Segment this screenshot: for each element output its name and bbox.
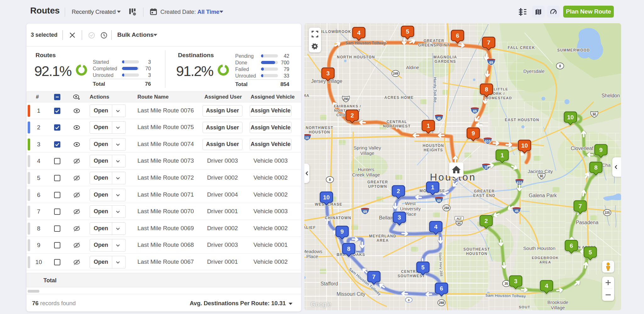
svg-text:Sam Houston Tollway: Sam Houston Tollway [485, 293, 526, 298]
svg-text:Cloverleaf: Cloverleaf [571, 146, 594, 151]
svg-text:EDGEBROOK: EDGEBROOK [532, 256, 559, 260]
svg-text:GARDENS: GARDENS [435, 59, 456, 64]
svg-text:NORTHWEST: NORTHWEST [306, 126, 333, 130]
svg-text:1: 1 [427, 122, 430, 129]
svg-text:Pasadena: Pasadena [576, 220, 598, 225]
svg-text:Dyersdale: Dyersdale [523, 68, 545, 74]
svg-text:/ ELL: / ELL [523, 310, 534, 310]
svg-text:FALL CREEK: FALL CREEK [508, 46, 535, 50]
svg-text:7: 7 [487, 39, 491, 46]
svg-text:8: 8 [329, 178, 331, 181]
svg-text:Brookside: Brookside [547, 300, 569, 305]
svg-text:AREA: AREA [377, 238, 389, 243]
svg-text:4: 4 [545, 283, 548, 289]
svg-text:290: 290 [343, 97, 349, 101]
svg-text:Creek Village: Creek Village [352, 172, 380, 177]
svg-text:ALIEF: ALIEF [304, 225, 316, 230]
svg-text:HOUSTON: HOUSTON [309, 130, 330, 134]
svg-text:4: 4 [434, 224, 438, 230]
svg-text:5: 5 [589, 249, 592, 256]
svg-text:West: West [405, 201, 416, 206]
svg-text:9: 9 [472, 130, 475, 137]
svg-text:6: 6 [570, 242, 573, 249]
svg-text:7: 7 [372, 273, 376, 280]
svg-text:Sheldon: Sheldon [602, 93, 620, 98]
svg-text:Spring Valley: Spring Valley [353, 145, 381, 150]
svg-text:69: 69 [363, 210, 367, 214]
svg-text:SUMMERWOOD: SUMMERWOOD [557, 48, 590, 52]
svg-text:Missouri City: Missouri City [336, 291, 365, 297]
svg-text:HOMESTEAD: HOMESTEAD [486, 96, 512, 100]
svg-text:University: University [400, 206, 421, 211]
svg-text:90: 90 [592, 113, 596, 116]
svg-text:9: 9 [599, 147, 603, 153]
svg-text:4: 4 [357, 30, 361, 36]
svg-text:HOUSTON: HOUSTON [423, 143, 444, 148]
svg-text:69: 69 [473, 109, 477, 113]
svg-text:6: 6 [440, 285, 443, 292]
svg-text:8: 8 [485, 86, 488, 93]
svg-text:WILLOWBROOK: WILLOWBROOK [317, 30, 351, 34]
svg-text:Village: Village [551, 305, 565, 310]
svg-text:MAGNOLIA: MAGNOLIA [434, 55, 457, 59]
svg-text:NORTHWEST: NORTHWEST [383, 124, 411, 128]
svg-text:South Houston: South Houston [523, 246, 556, 251]
svg-text:6: 6 [456, 32, 459, 39]
svg-text:HOUSTON: HOUSTON [466, 252, 487, 256]
svg-text:Aldine: Aldine [406, 65, 419, 70]
svg-text:8: 8 [408, 299, 409, 302]
svg-text:GREENSPOINT: GREENSPOINT [418, 43, 450, 47]
svg-text:Stafford: Stafford [320, 281, 338, 286]
svg-text:HEIGHTS: HEIGHTS [424, 148, 443, 152]
svg-text:Place: Place [306, 254, 318, 259]
svg-text:10: 10 [305, 136, 309, 140]
svg-text:EAST END: EAST END [473, 193, 495, 198]
svg-text:288: 288 [439, 301, 444, 305]
svg-text:2: 2 [351, 112, 354, 119]
svg-text:SOUT: SOUT [519, 305, 530, 309]
svg-text:AREA: AREA [539, 260, 551, 264]
svg-text:45: 45 [515, 209, 519, 213]
svg-text:MEYERLAND: MEYERLAND [369, 234, 397, 238]
svg-text:GREATER: GREATER [424, 39, 444, 43]
svg-text:90: 90 [540, 175, 543, 178]
svg-text:8: 8 [594, 164, 598, 171]
svg-text:LITTLE: LITTLE [494, 87, 508, 91]
svg-text:9: 9 [341, 228, 344, 235]
svg-text:10: 10 [567, 114, 574, 121]
svg-text:249: 249 [393, 72, 398, 75]
svg-text:MA: MA [304, 93, 309, 98]
svg-text:8: 8 [559, 64, 561, 68]
svg-text:Hunters: Hunters [358, 167, 375, 172]
svg-text:EAST HOUSTON: EAST HOUSTON [505, 118, 539, 122]
svg-text:Meadows: Meadows [304, 249, 322, 254]
svg-text:1: 1 [501, 152, 504, 159]
svg-text:10: 10 [521, 142, 528, 149]
svg-text:2: 2 [397, 188, 400, 194]
svg-text:SOUTHWEST: SOUTHWEST [397, 274, 425, 278]
svg-text:3: 3 [514, 278, 518, 284]
svg-text:FAIRBANKS /: FAIRBANKS / [334, 104, 361, 108]
svg-text:90: 90 [458, 222, 461, 225]
svg-text:45: 45 [437, 116, 441, 120]
svg-text:GREATER: GREATER [474, 189, 495, 193]
svg-text:225: 225 [605, 211, 610, 214]
svg-text:1: 1 [431, 184, 435, 191]
svg-text:610: 610 [517, 181, 522, 185]
svg-text:SOUTHEAST: SOUTHEAST [464, 247, 490, 252]
svg-text:CHINATOWN: CHINATOWN [325, 216, 351, 220]
svg-text:ACRES HOME: ACRES HOME [384, 95, 414, 100]
svg-text:5: 5 [421, 264, 425, 271]
svg-text:3: 3 [398, 214, 401, 221]
svg-text:3: 3 [326, 70, 330, 77]
svg-text:10: 10 [323, 194, 330, 201]
svg-text:Village: Village [360, 150, 375, 156]
svg-text:2: 2 [485, 218, 488, 224]
svg-text:35: 35 [504, 282, 508, 285]
svg-text:69: 69 [489, 61, 493, 64]
svg-text:CENTRAL: CENTRAL [386, 120, 407, 124]
svg-text:5: 5 [406, 28, 409, 35]
svg-text:610: 610 [485, 139, 491, 143]
svg-text:Galena Park: Galena Park [529, 193, 557, 198]
svg-text:ALT: ALT [457, 217, 462, 220]
